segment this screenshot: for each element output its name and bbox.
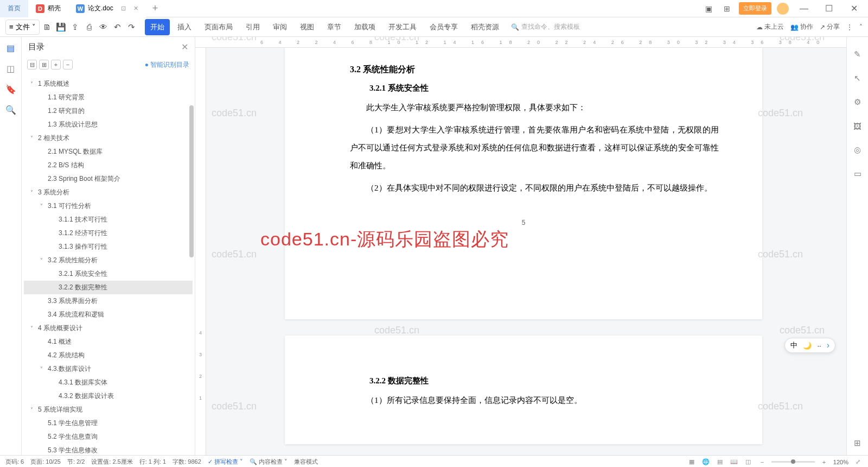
outline-add[interactable]: + bbox=[51, 60, 61, 70]
ime-toolbar[interactable]: 中 🌙 ·· › bbox=[784, 338, 835, 353]
sb-words[interactable]: 字数: 9862 bbox=[173, 458, 201, 466]
menu-review[interactable]: 审阅 bbox=[267, 19, 292, 35]
login-button[interactable]: 立即登录 bbox=[739, 2, 771, 15]
vertical-ruler[interactable]: 4321 bbox=[195, 48, 206, 455]
minimize-icon[interactable]: — bbox=[794, 1, 814, 17]
sb-section[interactable]: 节: 2/2 bbox=[67, 458, 85, 466]
fit-icon[interactable]: ⤢ bbox=[853, 457, 863, 467]
view-layout-icon[interactable]: ◫ bbox=[743, 457, 753, 467]
cloud-status[interactable]: ☁ 未上云 bbox=[756, 22, 784, 31]
sb-page[interactable]: 页码: 6 bbox=[5, 458, 24, 466]
more-tools-icon[interactable]: ⊞ bbox=[852, 438, 863, 449]
file-menu[interactable]: ≡ 文件 ˅ bbox=[5, 20, 40, 35]
outline-item[interactable]: ˅4.3.数据库设计 bbox=[24, 362, 193, 376]
ime-dots[interactable]: ·· bbox=[817, 342, 821, 350]
outline-item[interactable]: 4.3.1 数据库实体 bbox=[24, 376, 193, 389]
nav-icon[interactable]: ◫ bbox=[5, 63, 16, 74]
outline-item[interactable]: 5.2 学生信息查询 bbox=[24, 430, 193, 444]
search-input[interactable]: 🔍 查找命令、搜索模板 bbox=[511, 22, 580, 31]
maximize-icon[interactable]: ☐ bbox=[819, 1, 839, 17]
outline-item[interactable]: 3.1.2 经济可行性 bbox=[24, 226, 193, 240]
outline-item[interactable]: 1.1 研究背景 bbox=[24, 91, 193, 104]
window-layout-icon[interactable]: ▣ bbox=[702, 2, 715, 15]
tab-close-icon[interactable]: ✕ bbox=[133, 5, 138, 12]
outline-collapse-all[interactable]: ⊞ bbox=[39, 60, 49, 70]
outline-remove[interactable]: − bbox=[63, 60, 73, 70]
undo-icon[interactable]: ↶ bbox=[111, 21, 124, 34]
close-icon[interactable]: ✕ bbox=[844, 1, 864, 17]
outline-item[interactable]: ˅5 系统详细实现 bbox=[24, 403, 193, 416]
collapse-icon[interactable]: ˄ bbox=[859, 23, 863, 31]
tab-pin-icon[interactable]: ⊡ bbox=[121, 5, 126, 12]
settings-icon[interactable]: ⚙ bbox=[852, 97, 863, 108]
outline-item[interactable]: 1.2 研究目的 bbox=[24, 104, 193, 118]
view-web-icon[interactable]: 🌐 bbox=[701, 457, 711, 467]
redo-icon[interactable]: ↷ bbox=[125, 21, 138, 34]
tab-home[interactable]: 首页 bbox=[0, 0, 28, 17]
outline-item[interactable]: 5.1 学生信息管理 bbox=[24, 416, 193, 430]
outline-item[interactable]: 3.2.1 系统安全性 bbox=[24, 267, 193, 281]
print-icon[interactable]: ⎙ bbox=[83, 21, 96, 34]
outline-item[interactable]: 4.3.2 数据库设计表 bbox=[24, 389, 193, 403]
preview-icon[interactable]: 👁 bbox=[97, 21, 110, 34]
book-icon[interactable]: ▭ bbox=[852, 168, 863, 179]
menu-dev[interactable]: 开发工具 bbox=[383, 19, 422, 35]
menu-view[interactable]: 视图 bbox=[295, 19, 320, 35]
outline-icon[interactable]: ▤ bbox=[5, 42, 16, 53]
menu-dkres[interactable]: 稻壳资源 bbox=[465, 19, 505, 35]
image-icon[interactable]: 🖼 bbox=[852, 121, 863, 131]
menu-ref[interactable]: 引用 bbox=[240, 19, 265, 35]
menu-chapter[interactable]: 章节 bbox=[322, 19, 347, 35]
smart-toc-button[interactable]: ● 智能识别目录 bbox=[145, 60, 189, 70]
tab-document[interactable]: W论文.doc⊡✕ bbox=[68, 0, 146, 17]
sb-compat[interactable]: 兼容模式 bbox=[294, 458, 318, 466]
view-read-icon[interactable]: 📖 bbox=[729, 457, 739, 467]
outline-item[interactable]: ˅3.2 系统性能分析 bbox=[24, 254, 193, 267]
pages-container[interactable]: 3.2 系统性能分析 3.2.1 系统安全性 此大学生入学审核系统要严格控制管理… bbox=[212, 48, 835, 455]
outline-item[interactable]: 4.2 系统结构 bbox=[24, 349, 193, 362]
zoom-out-icon[interactable]: − bbox=[757, 457, 767, 467]
outline-item[interactable]: 2.1 MYSQL 数据库 bbox=[24, 145, 193, 159]
tab-docker[interactable]: D稻壳 bbox=[28, 0, 68, 17]
outline-item[interactable]: ˅4 系统概要设计 bbox=[24, 321, 193, 335]
new-icon[interactable]: 🗎 bbox=[41, 21, 54, 34]
pen-icon[interactable]: ✎ bbox=[852, 49, 863, 60]
outline-item[interactable]: 1.3 系统设计思想 bbox=[24, 118, 193, 131]
outline-item[interactable]: ˅3 系统分析 bbox=[24, 186, 193, 199]
tab-add[interactable]: + bbox=[146, 3, 165, 14]
outline-expand-all[interactable]: ⊟ bbox=[27, 60, 37, 70]
menu-start[interactable]: 开始 bbox=[145, 19, 170, 35]
sb-pos[interactable]: 设置值: 2.5厘米 bbox=[91, 458, 132, 466]
ime-arrow-icon[interactable]: › bbox=[827, 340, 829, 350]
outline-item[interactable]: 4.1 概述 bbox=[24, 335, 193, 349]
search-icon[interactable]: 🔍 bbox=[5, 104, 16, 115]
share-button[interactable]: ↗ 分享 bbox=[820, 22, 840, 31]
scrollbar-thumb[interactable] bbox=[189, 105, 194, 257]
sb-line[interactable]: 行: 1 列: 1 bbox=[139, 458, 167, 466]
export-icon[interactable]: ⇪ bbox=[69, 21, 82, 34]
ime-moon-icon[interactable]: 🌙 bbox=[803, 342, 812, 350]
outline-item[interactable]: ˅3.1 可行性分析 bbox=[24, 199, 193, 213]
menu-layout[interactable]: 页面布局 bbox=[199, 19, 238, 35]
outline-item[interactable]: ˅2 相关技术 bbox=[24, 131, 193, 145]
zoom-slider[interactable] bbox=[771, 461, 815, 463]
avatar[interactable] bbox=[777, 3, 789, 15]
collab-button[interactable]: 👥 协作 bbox=[790, 22, 813, 31]
outline-close-icon[interactable]: ✕ bbox=[181, 42, 188, 52]
outline-item[interactable]: ˅1 系统概述 bbox=[24, 77, 193, 91]
ime-lang[interactable]: 中 bbox=[790, 340, 797, 350]
target-icon[interactable]: ◎ bbox=[852, 144, 863, 155]
outline-item[interactable]: 3.3 系统界面分析 bbox=[24, 294, 193, 308]
save-icon[interactable]: 💾 bbox=[55, 21, 68, 34]
outline-item[interactable]: 3.4 系统流程和逻辑 bbox=[24, 308, 193, 321]
outline-item[interactable]: 5.3 学生信息修改 bbox=[24, 444, 193, 455]
bookmark-icon[interactable]: 🔖 bbox=[5, 84, 16, 94]
outline-item[interactable]: 2.2 B/S 结构 bbox=[24, 159, 193, 172]
menu-member[interactable]: 会员专享 bbox=[424, 19, 463, 35]
view-outline-icon[interactable]: ▤ bbox=[715, 457, 725, 467]
sb-pages[interactable]: 页面: 10/25 bbox=[30, 458, 61, 466]
zoom-in-icon[interactable]: + bbox=[819, 457, 829, 467]
zoom-value[interactable]: 120% bbox=[833, 459, 848, 465]
more-icon[interactable]: ⋮ bbox=[846, 23, 853, 31]
outline-list[interactable]: ˅1 系统概述1.1 研究背景1.2 研究目的1.3 系统设计思想˅2 相关技术… bbox=[22, 73, 195, 455]
